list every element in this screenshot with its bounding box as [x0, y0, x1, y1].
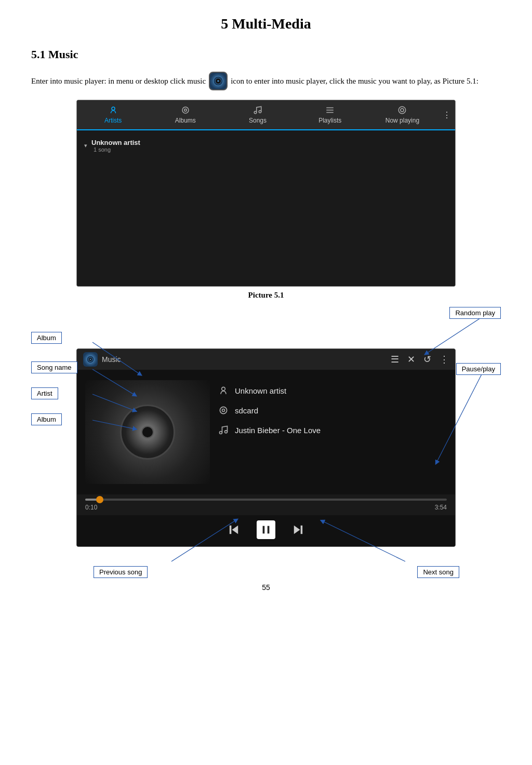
- tab-albums-label: Albums: [175, 117, 196, 124]
- progress-thumb: [96, 496, 103, 503]
- tab-nowplaying[interactable]: Now playing: [366, 100, 438, 129]
- music-icon: [209, 72, 228, 90]
- svg-point-4: [182, 107, 189, 113]
- artists-screenshot: Artists Albums Songs Playlists Now playi…: [76, 100, 456, 287]
- tab-more[interactable]: ⋮: [438, 100, 455, 129]
- chapter-title: 5 Multi-Media: [31, 16, 501, 32]
- svg-point-18: [222, 409, 225, 412]
- svg-marker-21: [232, 526, 238, 534]
- progress-fill: [85, 499, 100, 501]
- artist-label: Unknown artist: [235, 386, 286, 395]
- svg-point-17: [220, 407, 227, 413]
- artist-list-item[interactable]: ▾ Unknown artist 1 song: [77, 135, 455, 157]
- intro-paragraph: Enter into music player: in menu or desk…: [31, 72, 501, 90]
- np-app-icon: [83, 352, 98, 367]
- total-time: 3:54: [435, 504, 447, 511]
- callout-artist: Artist: [31, 387, 58, 399]
- tab-playlists-label: Playlists: [318, 117, 341, 124]
- track-info: Unknown artist sdcard Justin Bieber - On…: [218, 380, 447, 484]
- intro-text-after: icon to enter into music player, click t…: [231, 75, 478, 87]
- svg-point-20: [225, 431, 228, 433]
- svg-point-5: [184, 109, 187, 112]
- svg-point-7: [259, 111, 261, 113]
- svg-point-19: [220, 432, 222, 434]
- tab-albums[interactable]: Albums: [149, 100, 221, 129]
- callout-next-song: Next song: [417, 566, 459, 578]
- np-controls: [77, 515, 455, 546]
- callout-album-top: Album: [31, 332, 62, 344]
- tab-songs-label: Songs: [249, 117, 267, 124]
- now-playing-player: Music ☰ ✕ ↺ ⋮: [76, 348, 456, 547]
- np-body: Unknown artist sdcard Justin Bieber - On…: [77, 370, 455, 494]
- np-times: 0:10 3:54: [85, 504, 447, 511]
- svg-rect-22: [230, 526, 232, 534]
- callout-pause-play: Pause/play: [456, 363, 501, 375]
- np-progress-area: 0:10 3:54: [77, 494, 455, 515]
- tab-artists-label: Artists: [104, 117, 122, 124]
- tab-artists[interactable]: Artists: [77, 100, 149, 130]
- tab-songs[interactable]: Songs: [221, 100, 294, 129]
- album-art: [85, 380, 210, 484]
- section-title: 5.1 Music: [31, 48, 501, 61]
- callout-previous-song: Previous song: [94, 566, 148, 578]
- artists-content: ▾ Unknown artist 1 song: [77, 130, 455, 286]
- list-icon[interactable]: ☰: [391, 354, 399, 365]
- svg-marker-25: [294, 526, 300, 534]
- svg-point-2: [217, 80, 219, 82]
- artist-row: Unknown artist: [218, 385, 447, 396]
- annotated-diagram: Random play Album Song name Artist Album…: [31, 307, 501, 578]
- np-topbar-title: Music: [102, 355, 121, 364]
- picture-51-label: Picture 5.1: [31, 291, 501, 300]
- svg-point-11: [399, 106, 406, 114]
- page-number: 55: [31, 583, 501, 592]
- tab-bar: Artists Albums Songs Playlists Now playi…: [77, 100, 455, 130]
- more-options-icon[interactable]: ⋮: [440, 354, 449, 365]
- intro-text-before: Enter into music player: in menu or desk…: [31, 75, 206, 87]
- previous-button[interactable]: [227, 522, 241, 537]
- current-time: 0:10: [85, 504, 97, 511]
- svg-rect-23: [263, 526, 265, 534]
- source-label: sdcard: [235, 406, 258, 415]
- np-topbar-left: Music: [83, 352, 121, 367]
- svg-point-6: [254, 111, 257, 114]
- tab-nowplaying-label: Now playing: [385, 117, 419, 124]
- more-icon: ⋮: [443, 110, 451, 120]
- song-row: Justin Bieber - One Love: [218, 425, 447, 435]
- close-icon[interactable]: ✕: [407, 354, 415, 365]
- svg-point-3: [112, 107, 115, 110]
- song-label: Justin Bieber - One Love: [235, 426, 321, 435]
- callout-random-play: Random play: [449, 307, 501, 319]
- tab-playlists[interactable]: Playlists: [294, 100, 366, 129]
- svg-rect-24: [268, 526, 270, 534]
- callout-song-name: Song name: [31, 361, 77, 373]
- next-button[interactable]: [291, 522, 305, 537]
- np-topbar-icons: ☰ ✕ ↺ ⋮: [391, 354, 449, 365]
- artist-name: Unknown artist: [91, 139, 140, 146]
- source-row: sdcard: [218, 405, 447, 415]
- repeat-icon[interactable]: ↺: [423, 354, 431, 365]
- play-pause-button[interactable]: [257, 520, 275, 539]
- np-topbar: Music ☰ ✕ ↺ ⋮: [77, 349, 455, 370]
- chevron-icon: ▾: [84, 142, 87, 149]
- svg-rect-26: [301, 526, 303, 534]
- song-count: 1 song: [94, 146, 140, 153]
- svg-point-12: [401, 109, 404, 112]
- callout-album-bottom: Album: [31, 413, 62, 425]
- now-playing-wrapper: Music ☰ ✕ ↺ ⋮: [76, 348, 456, 547]
- svg-point-15: [90, 359, 91, 360]
- progress-bar[interactable]: [85, 499, 447, 501]
- svg-point-16: [222, 387, 225, 391]
